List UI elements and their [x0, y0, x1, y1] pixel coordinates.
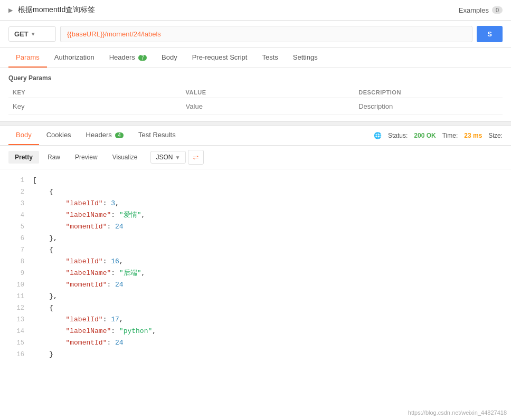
tab-body[interactable]: Body	[154, 48, 185, 68]
json-line-9: 9 "labelName": "后端",	[8, 268, 503, 279]
examples-label: Examples	[459, 6, 489, 14]
json-viewer: 1 [ 2 { 3 "labelId": 3, 4 "labelName": "…	[0, 169, 511, 366]
arrow-icon: ▶	[8, 7, 13, 14]
request-title: ▶ 根据momentId查询标签	[8, 5, 95, 15]
top-bar: ▶ 根据momentId查询标签 Examples 0	[0, 0, 511, 21]
request-tabs: Params Authorization Headers 7 Body Pre-…	[0, 48, 511, 68]
examples-button[interactable]: Examples 0	[459, 6, 503, 14]
url-bar: GET ▼ S	[0, 21, 511, 48]
col-desc-header: DESCRIPTION	[354, 87, 503, 98]
json-line-7: 7 {	[8, 244, 503, 256]
value-input[interactable]	[186, 102, 351, 110]
tab-test-results[interactable]: Test Results	[131, 126, 183, 145]
status-value: 200 OK	[414, 132, 436, 139]
chevron-down-icon: ▼	[175, 155, 181, 160]
json-line-5: 5 "momentId": 24	[8, 221, 503, 233]
method-dropdown[interactable]: GET ▼	[8, 26, 56, 42]
key-cell[interactable]	[8, 98, 182, 115]
tab-prerequest[interactable]: Pre-request Script	[185, 48, 255, 68]
col-key-header: KEY	[8, 87, 182, 98]
json-format-label: JSON	[156, 154, 173, 161]
tab-response-headers[interactable]: Headers 4	[79, 126, 131, 145]
format-bar: Pretty Raw Preview Visualize JSON ▼ ⇌	[0, 146, 511, 169]
json-line-15: 15 "momentId": 24	[8, 337, 503, 349]
time-value: 23 ms	[464, 132, 482, 139]
format-visualize[interactable]: Visualize	[106, 151, 144, 164]
format-preview[interactable]: Preview	[69, 151, 104, 164]
json-line-2: 2 {	[8, 186, 503, 198]
tab-headers[interactable]: Headers 7	[102, 48, 154, 68]
chevron-down-icon: ▼	[31, 31, 36, 37]
title-text: 根据momentId查询标签	[18, 5, 95, 15]
tab-tests[interactable]: Tests	[254, 48, 285, 68]
wrap-button[interactable]: ⇌	[188, 150, 204, 165]
section-divider	[0, 121, 511, 126]
tab-params[interactable]: Params	[8, 48, 47, 68]
tab-response-body[interactable]: Body	[8, 126, 39, 145]
json-line-11: 11 },	[8, 291, 503, 302]
tab-authorization[interactable]: Authorization	[47, 48, 102, 68]
size-label: Size:	[488, 132, 503, 139]
params-table: KEY VALUE DESCRIPTION	[8, 87, 503, 115]
json-line-10: 10 "momentId": 24	[8, 279, 503, 291]
method-text: GET	[14, 30, 29, 38]
value-cell[interactable]	[182, 98, 355, 115]
json-line-3: 3 "labelId": 3,	[8, 198, 503, 209]
json-line-13: 13 "labelId": 17,	[8, 314, 503, 326]
top-bar-right: Examples 0	[459, 6, 503, 14]
send-button[interactable]: S	[477, 26, 503, 42]
format-pretty[interactable]: Pretty	[8, 151, 39, 164]
status-label: Status:	[388, 132, 408, 139]
time-label: Time:	[442, 132, 458, 139]
json-line-4: 4 "labelName": "爱情",	[8, 209, 503, 221]
desc-cell[interactable]	[354, 98, 503, 115]
format-raw[interactable]: Raw	[41, 151, 67, 164]
json-line-1: 1 [	[8, 175, 503, 186]
response-tabs: Body Cookies Headers 4 Test Results 🌐 St…	[0, 126, 511, 146]
json-line-12: 12 {	[8, 302, 503, 314]
json-line-8: 8 "labelId": 16,	[8, 256, 503, 268]
examples-count: 0	[492, 6, 503, 14]
params-empty-row	[8, 98, 503, 115]
tab-cookies[interactable]: Cookies	[39, 126, 79, 145]
json-line-16: 16 }	[8, 349, 503, 360]
globe-icon[interactable]: 🌐	[374, 132, 382, 139]
query-params-title: Query Params	[8, 74, 503, 82]
url-input[interactable]	[60, 26, 472, 42]
json-line-14: 14 "labelName": "python",	[8, 326, 503, 337]
json-format-select[interactable]: JSON ▼	[150, 151, 186, 164]
col-value-header: VALUE	[182, 87, 355, 98]
response-headers-badge: 4	[115, 132, 124, 138]
tab-settings[interactable]: Settings	[286, 48, 325, 68]
response-status: 🌐 Status: 200 OK Time: 23 ms Size:	[374, 132, 503, 139]
headers-badge: 7	[138, 55, 147, 61]
key-input[interactable]	[13, 102, 177, 110]
query-params-section: Query Params KEY VALUE DESCRIPTION	[0, 68, 511, 121]
desc-input[interactable]	[358, 102, 498, 110]
json-line-6: 6 },	[8, 233, 503, 244]
